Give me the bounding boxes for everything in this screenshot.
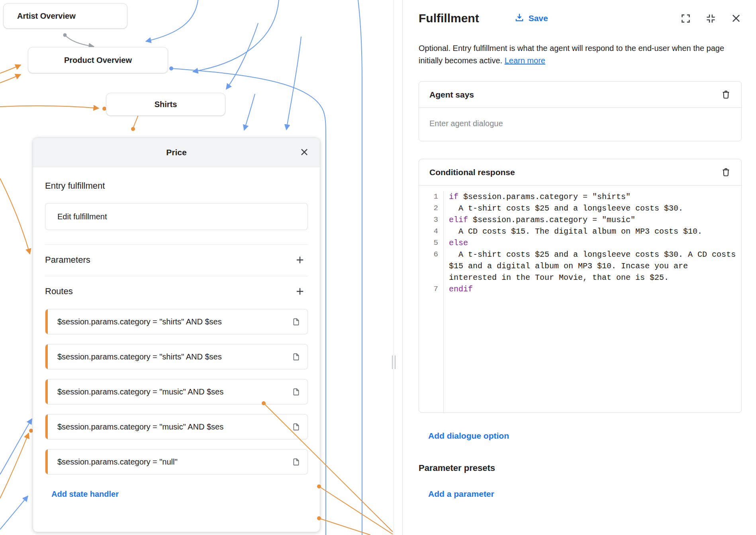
route-condition-text: $session.params.category = "shirts" AND … <box>48 352 289 361</box>
route-condition-item[interactable]: $session.params.category = "music" AND $… <box>45 414 308 439</box>
close-price-card-icon[interactable] <box>299 147 309 157</box>
agent-says-title: Agent says <box>429 90 474 100</box>
code-line: 4 A CD costs $15. The digital album on M… <box>419 226 738 237</box>
node-label: Artist Overview <box>17 12 76 21</box>
code-line: 5else <box>419 237 738 249</box>
add-parameter-plus-icon[interactable] <box>294 254 306 266</box>
open-route-icon[interactable] <box>289 353 307 361</box>
route-condition-text: $session.params.category = "shirts" AND … <box>48 317 289 326</box>
conditional-response-card: Conditional response 1if $session.params… <box>419 159 742 413</box>
entry-fulfillment-heading: Entry fulfillment <box>45 181 308 191</box>
route-condition-item[interactable]: $session.params.category = "shirts" AND … <box>45 309 308 334</box>
edit-fulfillment-button[interactable]: Edit fulfillment <box>45 203 308 230</box>
route-condition-text: $session.params.category = "null" <box>48 457 289 467</box>
flow-canvas[interactable]: Artist Overview Product Overview Shirts … <box>0 0 394 535</box>
parameter-presets-heading: Parameter presets <box>419 463 742 473</box>
panel-title: Fulfillment <box>419 12 479 25</box>
fulfillment-panel: Fulfillment Save <box>402 0 756 535</box>
open-route-icon[interactable] <box>289 458 307 466</box>
code-line: 7endif <box>419 283 738 295</box>
code-line: 2 A t-shirt costs $25 and a longsleeve c… <box>419 203 738 214</box>
price-page-card: Price Entry fulfillment Edit fulfillment… <box>33 137 320 532</box>
delete-agent-says-icon[interactable] <box>721 90 731 100</box>
node-label: Shirts <box>155 100 177 109</box>
agent-says-card: Agent says Enter agent dialogue <box>419 81 742 141</box>
route-condition-text: $session.params.category = "music" AND $… <box>48 422 289 432</box>
conditional-response-title: Conditional response <box>429 168 515 177</box>
price-card-title: Price <box>166 148 186 157</box>
agent-dialogue-input[interactable]: Enter agent dialogue <box>419 108 741 141</box>
price-card-header: Price <box>33 138 320 167</box>
parameters-heading: Parameters <box>45 255 90 265</box>
dialogflow-page-editor: Artist Overview Product Overview Shirts … <box>0 0 756 535</box>
panel-resizer[interactable] <box>394 0 402 535</box>
save-icon <box>514 12 525 25</box>
node-artist-overview[interactable]: Artist Overview <box>3 3 127 29</box>
routes-list: $session.params.category = "shirts" AND … <box>45 309 308 474</box>
collapse-panel-icon[interactable] <box>705 13 716 24</box>
save-label: Save <box>529 14 548 23</box>
save-button[interactable]: Save <box>514 12 548 25</box>
open-route-icon[interactable] <box>289 388 307 396</box>
open-route-icon[interactable] <box>289 423 307 431</box>
node-shirts[interactable]: Shirts <box>106 93 225 116</box>
routes-heading: Routes <box>45 286 73 297</box>
add-a-parameter-link[interactable]: Add a parameter <box>428 489 494 499</box>
panel-description: Optional. Entry fulfillment is what the … <box>419 42 742 67</box>
delete-conditional-response-icon[interactable] <box>721 167 731 177</box>
close-panel-icon[interactable] <box>731 13 742 24</box>
code-editor[interactable]: 1if $session.params.category = "shirts"2… <box>419 185 741 412</box>
add-dialogue-option-link[interactable]: Add dialogue option <box>428 431 509 441</box>
description-text: Optional. Entry fulfillment is what the … <box>419 44 724 65</box>
route-condition-text: $session.params.category = "music" AND $… <box>48 387 289 396</box>
learn-more-link[interactable]: Learn more <box>505 56 545 65</box>
node-label: Product Overview <box>64 56 132 65</box>
route-condition-item[interactable]: $session.params.category = "null" <box>45 449 308 474</box>
edit-fulfillment-label: Edit fulfillment <box>57 212 107 221</box>
node-product-overview[interactable]: Product Overview <box>28 47 168 73</box>
code-editor-empty-area[interactable] <box>419 295 738 412</box>
route-condition-item[interactable]: $session.params.category = "shirts" AND … <box>45 344 308 369</box>
code-line: 6 A t-shirt costs $25 and a longsleeve c… <box>419 249 738 283</box>
code-line: 1if $session.params.category = "shirts" <box>419 191 738 203</box>
add-state-handler-link[interactable]: Add state handler <box>51 490 119 499</box>
add-route-plus-icon[interactable] <box>294 286 306 297</box>
open-route-icon[interactable] <box>289 318 307 326</box>
expand-panel-icon[interactable] <box>680 13 691 24</box>
route-condition-item[interactable]: $session.params.category = "music" AND $… <box>45 379 308 404</box>
code-line: 3elif $session.params.category = "music" <box>419 214 738 226</box>
